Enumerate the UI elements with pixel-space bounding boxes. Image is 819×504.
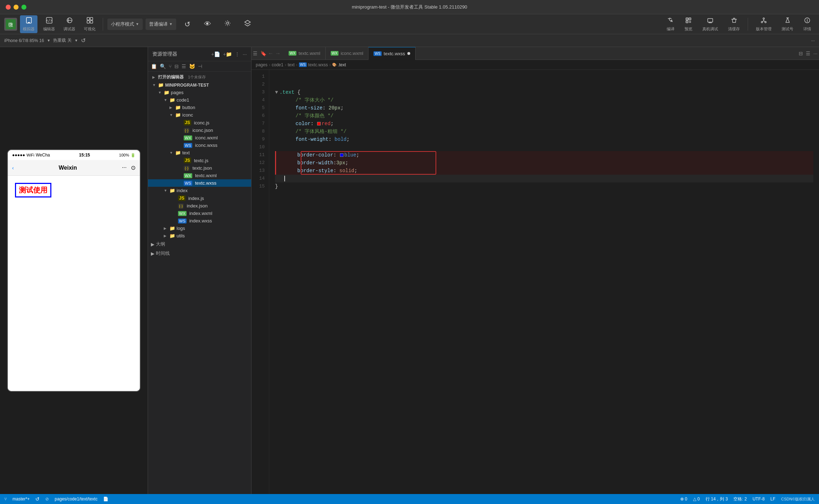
split-icon[interactable]: ⊟	[174, 63, 179, 69]
iconc-js-file[interactable]: ▶ JS iconc.js	[148, 119, 251, 127]
minimize-button[interactable]	[14, 5, 19, 10]
test-button[interactable]: 测试号	[778, 15, 797, 33]
simulator-more-button[interactable]: ···	[811, 38, 815, 43]
remote-debug-button[interactable]: 真机调试	[699, 15, 722, 33]
mode-dropdown[interactable]: 小程序模式 ▼	[107, 19, 143, 30]
timeline-section[interactable]: ▶ 时间线	[148, 249, 251, 258]
more-actions-icon[interactable]: ···	[243, 51, 247, 57]
textc-wxml-label: textc.wxml	[195, 173, 217, 178]
editor-layout-icon[interactable]: ☰	[806, 51, 810, 56]
source-control-icon[interactable]: ⑂	[169, 63, 172, 69]
editor-forward-icon[interactable]: →	[275, 50, 281, 57]
button-folder[interactable]: ▶ 📁 button	[148, 104, 251, 111]
file-icon-status[interactable]: 📄	[103, 497, 108, 502]
line-ending-label[interactable]: LF	[770, 497, 775, 502]
editor-back-icon[interactable]: ←	[268, 50, 274, 57]
text-folder[interactable]: ▼ 📁 text	[148, 149, 251, 156]
preview-button[interactable]: 👁	[199, 19, 216, 30]
sync-icon[interactable]: ↺	[35, 496, 40, 502]
breadcrumb-text[interactable]: text	[288, 62, 294, 67]
utils-folder[interactable]: ▶ 📁 utils	[148, 232, 251, 240]
index-wxml-file[interactable]: ▶ WX index.wxml	[148, 210, 251, 217]
hotreload-toggle[interactable]: 热重载 关	[53, 37, 71, 43]
wxml-tab-icon: WX	[289, 51, 296, 56]
version-manage-button[interactable]: 版本管理	[752, 15, 775, 33]
tab-iconc-wxml[interactable]: WX iconc.wxml	[326, 47, 369, 60]
iconc-json-file[interactable]: ▶ {·} iconc.json	[148, 127, 251, 134]
settings-button[interactable]	[219, 18, 236, 30]
nav-dots-icon[interactable]: ⊙	[131, 164, 136, 171]
split-editor-icon[interactable]: ⊟	[799, 51, 803, 56]
align-icon[interactable]: ⊣	[198, 63, 202, 69]
code-content[interactable]: ▼ .text { /* 字体大小 */ font-size : 20px ;	[269, 70, 819, 494]
wxml-file-icon-2: WX	[184, 173, 192, 178]
code1-folder[interactable]: ▼ 📁 code1	[148, 96, 251, 104]
new-folder-icon[interactable]: +📁	[223, 51, 232, 57]
copy-icon[interactable]: 📋	[151, 63, 157, 69]
textc-js-file[interactable]: ▶ JS textc.js	[148, 156, 251, 164]
back-button[interactable]: ‹	[12, 165, 14, 171]
open-editors-section[interactable]: ▶ 打开的编辑器 1个未保存	[148, 73, 251, 81]
index-json-file[interactable]: ▶ {·} index.json	[148, 202, 251, 210]
index-wxss-file[interactable]: ▶ WS index.wxss	[148, 217, 251, 225]
logs-folder[interactable]: ▶ 📁 logs	[148, 225, 251, 232]
textc-wxss-file[interactable]: ▶ WS textc.wxss	[148, 179, 251, 187]
errors-label[interactable]: ⊗ 0	[680, 497, 687, 502]
chevron-down-icon-2[interactable]: ▼	[75, 38, 78, 42]
iconc-wxml-file[interactable]: ▶ WX iconc.wxml	[148, 134, 251, 142]
iconc-folder[interactable]: ▼ 📁 iconc	[148, 111, 251, 119]
tab-textc-wxss[interactable]: WS textc.wxss	[368, 47, 415, 60]
iconc-wxml-label: iconc.wxml	[195, 135, 218, 140]
svg-rect-24	[708, 19, 713, 22]
spaces-label[interactable]: 空格: 2	[733, 496, 747, 502]
pages-folder[interactable]: ▼ 📁 pages	[148, 89, 251, 96]
tab-iconc-wxml-label: iconc.wxml	[341, 51, 363, 56]
warnings-label[interactable]: △ 0	[693, 497, 700, 502]
iconc-wxss-label: iconc.wxss	[195, 143, 218, 148]
svg-rect-22	[689, 22, 690, 23]
iconc-wxss-file[interactable]: ▶ WS iconc.wxss	[148, 142, 251, 149]
encoding-label[interactable]: UTF-8	[753, 497, 765, 502]
maximize-button[interactable]	[21, 5, 26, 10]
compile-dropdown[interactable]: 普通编译 ▼	[146, 19, 176, 30]
detail-button[interactable]: 详情	[800, 15, 815, 33]
search-icon[interactable]: 🔍	[160, 63, 166, 69]
path-label[interactable]: pages/code1/text/textc	[55, 497, 97, 502]
textc-json-file[interactable]: ▶ {·} textc.json	[148, 164, 251, 172]
breadcrumb-selector[interactable]: .text	[338, 62, 346, 67]
textc-wxml-file[interactable]: ▶ WX textc.wxml	[148, 172, 251, 179]
index-folder[interactable]: ▼ 📁 index	[148, 187, 251, 194]
nav-more-icon[interactable]: ···	[122, 164, 127, 171]
simulator-button[interactable]: 模拟器	[20, 15, 37, 33]
new-file-icon[interactable]: +📄	[211, 51, 220, 57]
editor-button[interactable]: </> 编辑器	[40, 15, 58, 33]
refresh-button[interactable]: ↺	[179, 19, 196, 30]
outline-section[interactable]: ▶ 大纲	[148, 240, 251, 249]
device-selector[interactable]: iPhone 6/7/8 85% 16	[4, 38, 44, 43]
editor-tab-bookmark-icon[interactable]: 🔖	[260, 51, 266, 56]
row-col-label[interactable]: 行 14，列 3	[706, 496, 728, 502]
csdn-label: CSDN©版权归属人	[781, 497, 815, 502]
breadcrumb-pages[interactable]: pages	[256, 62, 268, 67]
collapse-all-icon[interactable]: ⋮	[235, 51, 240, 57]
columns-icon[interactable]: ☰	[182, 63, 186, 69]
simulator-refresh-button[interactable]: ↺	[81, 37, 86, 44]
translate-button[interactable]: 编译	[663, 15, 678, 33]
chevron-down-icon[interactable]: ▼	[47, 38, 50, 42]
clear-cache-button[interactable]: 清缓存	[724, 15, 743, 33]
git-branch-label[interactable]: master*+	[12, 497, 30, 502]
editor-tab-menu-icon[interactable]: ☰	[253, 51, 258, 56]
breadcrumb-file[interactable]: textc.wxss	[308, 62, 328, 67]
visual-button[interactable]: 可视化	[81, 15, 98, 33]
more-button[interactable]	[239, 18, 256, 30]
debugger-button[interactable]: 调试器	[61, 15, 78, 33]
index-js-file[interactable]: ▶ JS index.js	[148, 194, 251, 202]
wechat-icon[interactable]: 🐱	[189, 63, 195, 69]
breadcrumb-code1[interactable]: code1	[272, 62, 284, 67]
project-root[interactable]: ▼ 📁 MINIPROGRAM-TEST	[148, 81, 251, 89]
tab-textc-wxml[interactable]: WX textc.wxml	[284, 47, 326, 60]
editor-more-icon[interactable]: ···	[813, 51, 818, 56]
code-editor[interactable]: 1 2 3 4 5 6 7 8 9 10 11 12 13 14 15	[251, 70, 819, 494]
preview-right-button[interactable]: 预览	[681, 15, 696, 33]
close-button[interactable]	[6, 5, 11, 10]
